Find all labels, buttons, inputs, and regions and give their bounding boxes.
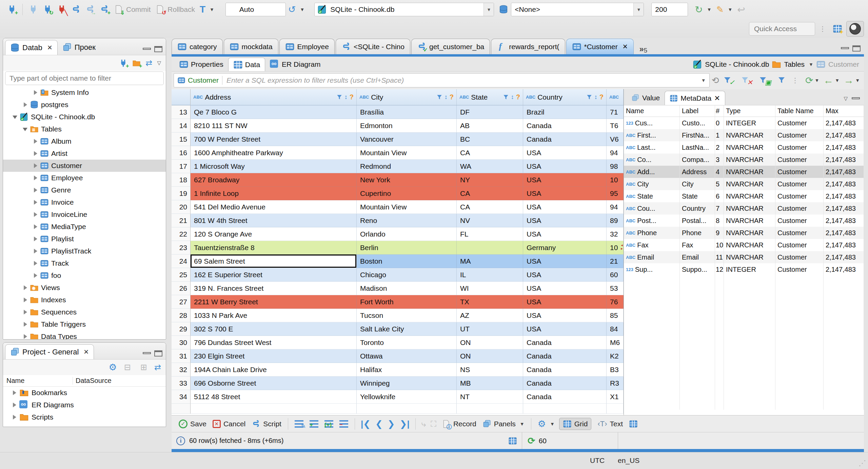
expand-arrow-icon[interactable] [33, 200, 38, 205]
minimize-panel-button[interactable] [143, 352, 151, 354]
cell-city[interactable]: Ottawa [357, 349, 457, 363]
cell-state[interactable]: CA [457, 146, 523, 160]
expand-arrow-icon[interactable] [33, 212, 38, 217]
cell-address[interactable]: 1600 Amphitheatre Parkway [191, 146, 357, 160]
expand-arrow-icon[interactable] [12, 403, 17, 407]
column-help-icon[interactable]: ? [516, 93, 520, 101]
commit-button[interactable]: ⇓Commit [114, 5, 151, 14]
meta-row-city[interactable]: ABCCityCity5NVARCHARCustomer2,147,483 [624, 178, 864, 190]
cell-state[interactable]: WA [457, 160, 523, 173]
cell-address[interactable]: 5112 48 Street [191, 390, 357, 404]
cell-city[interactable]: Tucson [357, 309, 457, 322]
meta-row-custo-[interactable]: 123Cus...Custo...0INTEGERCustomer2,147,4… [624, 117, 864, 129]
chevron-down-icon[interactable]: ▼ [484, 3, 494, 16]
save-filter-icon[interactable]: ▣ [759, 76, 773, 84]
cell-address[interactable]: 120 S Orange Ave [191, 227, 357, 241]
cell-address[interactable]: 194A Chain Lake Drive [191, 363, 357, 376]
commit-mode-select[interactable]: Auto [225, 3, 286, 16]
duplicate-row-button[interactable]: (+) [324, 420, 333, 428]
tree-item-invoice[interactable]: Invoice [3, 196, 166, 208]
cell-state[interactable]: WI [457, 282, 523, 295]
tab-project-general[interactable]: Project - General ✕ [5, 344, 94, 359]
tab-metadata[interactable]: MetaData ✕ [665, 91, 725, 105]
cell-address[interactable]: 8210 111 ST NW [191, 119, 357, 132]
cell-city[interactable]: Edmonton [357, 119, 457, 132]
expand-arrow-icon[interactable] [33, 90, 38, 95]
cell-address[interactable]: 69 Salem Street [191, 254, 357, 268]
cell-country[interactable]: USA [523, 254, 607, 268]
meta-column-header-type[interactable]: Type [724, 105, 775, 117]
cell-address[interactable]: 801 W 4th Street [191, 214, 357, 227]
last-row-button[interactable]: ❯| [400, 420, 410, 428]
connection-select[interactable]: SQLite - Chinook.db ▼ [314, 3, 494, 16]
cell-postalcode[interactable]: 10 [607, 173, 624, 187]
first-row-button[interactable]: |❮ [361, 420, 371, 428]
edit-cell-button[interactable]: ✎ [295, 420, 303, 428]
expand-all-icon[interactable]: ⊞ [140, 363, 147, 372]
expand-arrow-icon[interactable] [33, 249, 38, 253]
save-button[interactable]: ✓Save [179, 420, 206, 428]
apply-filter-icon[interactable]: ✓ [723, 76, 737, 84]
close-icon[interactable]: ✕ [83, 348, 89, 356]
quick-access-input[interactable] [749, 22, 815, 36]
record-mode-button[interactable]: ⓘRecord [442, 420, 476, 428]
expand-arrow-icon[interactable] [33, 151, 38, 156]
tree-item-postgres[interactable]: postgres [3, 99, 166, 111]
cell-country[interactable]: USA [523, 160, 607, 173]
new-sql-editor-button[interactable]: + [100, 5, 109, 14]
tree-item-data-types[interactable]: Data Types [3, 330, 166, 339]
schema-select[interactable]: <None> ▼ [511, 3, 644, 16]
cell-country[interactable]: USA [523, 282, 607, 295]
reconnect-button[interactable]: ↻ [43, 5, 52, 14]
breadcrumb-entity[interactable]: Customer [828, 60, 859, 68]
cell-postalcode[interactable]: 94 [607, 200, 624, 214]
cell-postalcode[interactable]: R3 [607, 376, 624, 390]
cancel-button[interactable]: ✕Cancel [213, 420, 245, 428]
meta-row-country[interactable]: ABCCou...Country7NVARCHARCustomer2,147,4… [624, 202, 864, 215]
tree-item-indexes[interactable]: Indexes [3, 294, 166, 306]
chevron-down-icon[interactable]: ▼ [633, 3, 644, 16]
maximize-panel-button[interactable] [154, 350, 162, 356]
meta-row-firstna-[interactable]: ABCFirst...FirstNa...1NVARCHARCustomer2,… [624, 129, 864, 141]
filter-history-icon[interactable]: ▼ [698, 78, 709, 83]
cell-country[interactable]: Canada [523, 376, 607, 390]
meta-row-phone[interactable]: ABCPhonePhone9NVARCHARCustomer2,147,483 [624, 227, 864, 239]
tab-overflow-button[interactable]: »5 [639, 47, 647, 54]
cell-state[interactable]: NV [457, 214, 523, 227]
cell-country[interactable]: USA [523, 146, 607, 160]
panel-sash-handle[interactable]: ◂▸ [620, 240, 624, 253]
column-header-address[interactable]: ABCAddress↕? [191, 89, 357, 105]
cell-city[interactable]: Cupertino [357, 187, 457, 200]
column-name[interactable]: Name [3, 377, 73, 385]
view-menu-icon[interactable]: ▽ [844, 96, 848, 102]
tab-value[interactable]: Value [627, 91, 665, 105]
cell-city[interactable]: Berlin [357, 241, 457, 254]
expand-arrow-icon[interactable] [23, 322, 27, 327]
refresh-result-icon[interactable]: ⟳▼ [805, 75, 819, 86]
cell-state[interactable]: UT [457, 322, 523, 336]
dbeaver-perspective-button[interactable] [846, 21, 864, 37]
cell-state[interactable]: FL [457, 227, 523, 241]
column-header-city[interactable]: ABCCity↕? [357, 89, 457, 105]
expand-arrow-icon[interactable] [13, 115, 17, 119]
cell-country[interactable]: USA [523, 227, 607, 241]
tree-item-playlist[interactable]: Playlist [3, 233, 166, 245]
column-datasource[interactable]: DataSource [73, 377, 166, 385]
cell-city[interactable]: Yellowknife [357, 390, 457, 404]
cell-country[interactable]: Germany [523, 241, 607, 254]
sql-editor-button[interactable] [71, 5, 81, 14]
expand-arrow-icon[interactable] [12, 390, 17, 395]
tab-data[interactable]: Data [228, 58, 265, 71]
cell-country[interactable]: USA [523, 268, 607, 282]
goto-row-icon[interactable]: ⤷ [421, 419, 426, 429]
tree-item-tables[interactable]: ≣Tables [3, 123, 166, 135]
tree-item-employee[interactable]: Employee [3, 172, 166, 184]
cell-address[interactable]: 302 S 700 E [191, 322, 357, 336]
meta-row-lastna-[interactable]: ABCLast...LastNa...2NVARCHARCustomer2,14… [624, 141, 864, 154]
undo-navigation-button[interactable]: ↩ [737, 4, 745, 15]
cell-city[interactable]: Orlando [357, 227, 457, 241]
cell-state[interactable] [457, 241, 523, 254]
expand-arrow-icon[interactable] [33, 224, 38, 229]
tree-item-customer[interactable]: Customer [3, 160, 166, 172]
grid-settings-button[interactable]: ⚙▼ [538, 419, 555, 429]
